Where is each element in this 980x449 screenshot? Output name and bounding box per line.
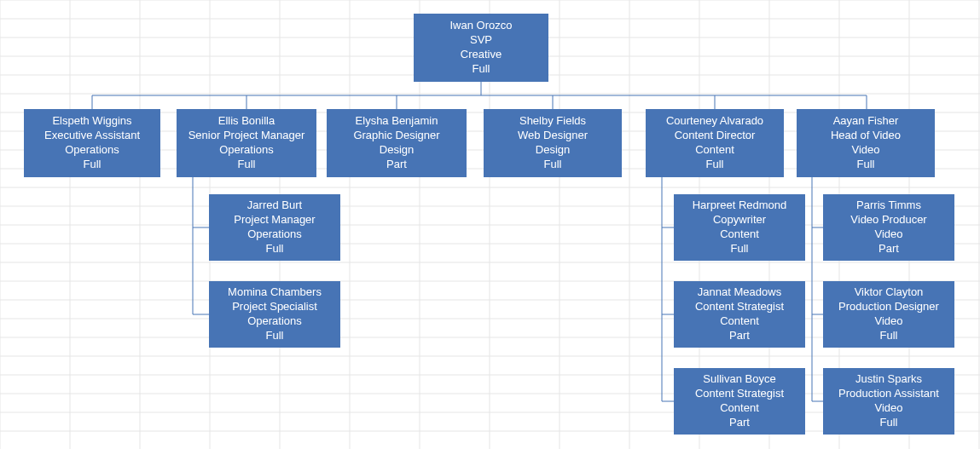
node-name: Ellis Bonilla [218, 114, 275, 129]
org-node: Shelby Fields Web Designer Design Full [484, 109, 622, 177]
org-node: Ellis Bonilla Senior Project Manager Ope… [177, 109, 316, 177]
org-node: Jannat Meadows Content Strategist Conten… [674, 281, 805, 348]
node-title: Content Strategist [695, 300, 784, 314]
org-node: Momina Chambers Project Specialist Opera… [209, 281, 340, 348]
node-name: Parris Timms [856, 199, 921, 213]
node-status: Full [857, 158, 875, 172]
node-status: Full [706, 158, 724, 172]
node-title: Production Assistant [838, 387, 939, 401]
node-name: Iwan Orozco [450, 19, 513, 33]
node-status: Full [880, 329, 898, 343]
node-dept: Operations [247, 314, 302, 329]
node-name: Elspeth Wiggins [52, 114, 131, 129]
node-dept: Video [851, 143, 879, 158]
node-name: Harpreet Redmond [693, 199, 787, 213]
node-title: Project Specialist [232, 300, 317, 314]
node-dept: Operations [65, 143, 119, 158]
node-title: Project Manager [234, 213, 315, 227]
node-status: Part [729, 329, 750, 343]
org-node: Sullivan Boyce Content Strategist Conten… [674, 368, 805, 435]
org-node: Courteney Alvarado Content Director Cont… [646, 109, 784, 177]
node-name: Courteney Alvarado [666, 114, 763, 129]
node-status: Full [84, 158, 101, 172]
node-status: Full [266, 242, 284, 256]
node-name: Aayan Fisher [833, 114, 899, 129]
node-dept: Video [874, 401, 902, 416]
node-status: Part [879, 242, 899, 256]
org-node: Elysha Benjamin Graphic Designer Design … [327, 109, 467, 177]
node-name: Elysha Benjamin [356, 114, 438, 129]
node-name: Sullivan Boyce [703, 372, 775, 387]
node-title: Video Producer [850, 213, 926, 227]
node-title: Senior Project Manager [188, 129, 305, 143]
node-title: Executive Assistant [44, 129, 140, 143]
org-node: Harpreet Redmond Copywriter Content Full [674, 194, 805, 261]
node-status: Full [473, 62, 490, 77]
org-node-root: Iwan Orozco SVP Creative Full [414, 14, 548, 82]
node-status: Full [238, 158, 256, 172]
node-title: Production Designer [838, 300, 939, 314]
node-name: Viktor Clayton [855, 285, 924, 300]
node-dept: Design [536, 143, 570, 158]
node-status: Full [544, 158, 562, 172]
node-status: Full [880, 416, 898, 430]
node-status: Part [386, 158, 407, 172]
node-dept: Design [380, 143, 414, 158]
org-node: Aayan Fisher Head of Video Video Full [797, 109, 935, 177]
node-dept: Content [720, 401, 759, 416]
node-dept: Content [720, 227, 759, 242]
node-status: Full [731, 242, 749, 256]
node-title: SVP [470, 33, 492, 48]
org-node: Elspeth Wiggins Executive Assistant Oper… [24, 109, 160, 177]
node-name: Jarred Burt [247, 199, 302, 213]
node-title: Graphic Designer [353, 129, 439, 143]
org-node: Viktor Clayton Production Designer Video… [823, 281, 954, 348]
node-dept: Video [874, 314, 902, 329]
node-dept: Content [695, 143, 734, 158]
org-node: Jarred Burt Project Manager Operations F… [209, 194, 340, 261]
node-title: Web Designer [518, 129, 588, 143]
node-status: Part [729, 416, 750, 430]
node-title: Content Strategist [695, 387, 784, 401]
org-node: Parris Timms Video Producer Video Part [823, 194, 954, 261]
node-title: Head of Video [831, 129, 901, 143]
org-node: Justin Sparks Production Assistant Video… [823, 368, 954, 435]
node-name: Shelby Fields [519, 114, 586, 129]
node-status: Full [266, 329, 284, 343]
node-title: Copywriter [713, 213, 766, 227]
node-dept: Creative [461, 48, 502, 62]
node-name: Momina Chambers [228, 285, 322, 300]
node-dept: Video [874, 227, 902, 242]
node-name: Jannat Meadows [698, 285, 781, 300]
node-name: Justin Sparks [855, 372, 922, 387]
node-dept: Content [720, 314, 759, 329]
node-dept: Operations [219, 143, 274, 158]
node-dept: Operations [247, 227, 302, 242]
node-title: Content Director [675, 129, 756, 143]
